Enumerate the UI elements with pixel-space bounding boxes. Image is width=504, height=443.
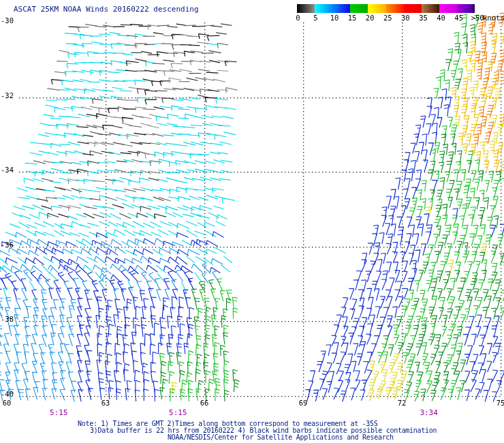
lat-tick-label: -36 (1, 241, 14, 249)
colorbar-tick-label: 30 (401, 14, 410, 22)
colorbar-tick-label: 45 (454, 14, 463, 22)
credit-line: NOAA/NESDIS/Center for Satellite Applica… (168, 433, 394, 441)
lat-tick-label: -32 (1, 91, 14, 100)
colorbar-tick-label: 15 (348, 14, 357, 22)
lat-tick-label: -30 (1, 16, 14, 25)
lon-tick-label: 75 (497, 399, 504, 407)
colorbar-tick-label: 35 (419, 14, 428, 22)
lon-tick-label: 66 (200, 399, 209, 407)
lat-tick-label: -38 (1, 315, 14, 323)
colorbar-tick-label: 10 (330, 14, 339, 22)
colorbar-tick-label: 0 (296, 14, 300, 22)
colorbar-tick-label: 40 (437, 14, 445, 22)
lon-tick-label: 72 (398, 399, 407, 407)
colorbar-labels: 051015202530354045>50knots (297, 14, 501, 23)
ascat-wind-chart: ASCAT 25KM NOAA Winds 20160222 descendin… (0, 0, 504, 443)
colorbar-tick-label: 20 (366, 14, 375, 22)
lon-tick-label: 60 (3, 399, 12, 407)
colorbar-unit-label: knots (483, 14, 504, 22)
colorbar-tick-label: >50 (471, 14, 484, 22)
overpass-time-label: 5:15 (169, 408, 187, 417)
colorbar (297, 4, 475, 13)
lat-tick-label: -34 (1, 166, 14, 174)
chart-title: ASCAT 25KM NOAA Winds 20160222 descendin… (14, 5, 199, 14)
lat-tick-label: -40 (1, 390, 14, 398)
overpass-time-label: 3:34 (420, 408, 438, 417)
lon-tick-label: 63 (101, 399, 110, 407)
lon-tick-label: 69 (299, 399, 308, 407)
overpass-time-label: 5:15 (50, 408, 68, 417)
colorbar-tick-label: 5 (313, 14, 317, 22)
wind-barb-plot (0, 0, 504, 443)
colorbar-tick-label: 25 (383, 14, 392, 22)
